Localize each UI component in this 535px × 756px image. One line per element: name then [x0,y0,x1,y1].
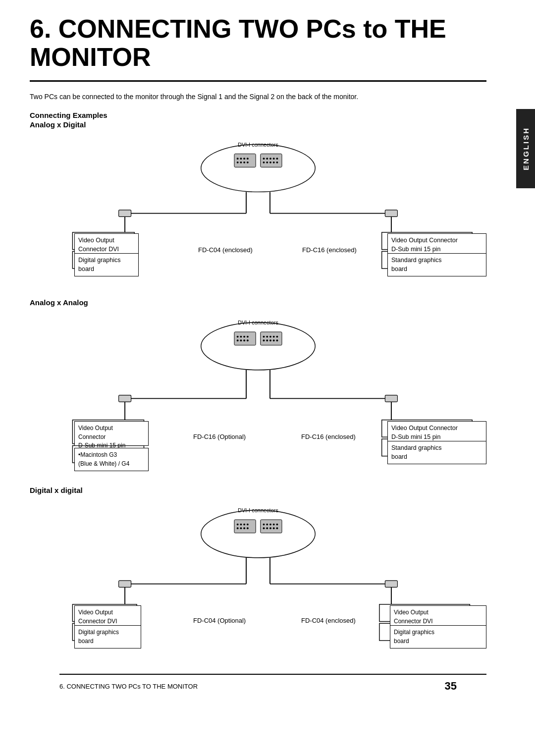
s3-left-box2: Digital graphics board [74,625,141,648]
english-tab: ENGLISH [516,109,535,188]
intro-text: Two PCs can be connected to the monitor … [30,92,456,102]
s2-fd-right: FD-C16 (enclosed) [301,432,356,441]
svg-point-51 [269,340,271,342]
svg-point-6 [247,158,249,160]
svg-rect-2 [261,154,282,167]
svg-point-85 [273,528,275,530]
svg-point-75 [243,528,245,530]
s3-fd-right: FD-C04 (enclosed) [301,616,356,625]
svg-point-69 [237,524,239,526]
connector-label-1: DVI-I connectors [238,142,278,148]
svg-point-39 [247,336,249,338]
svg-rect-28 [385,210,397,216]
s1-fd-left: FD-C04 (enclosed) [198,246,253,255]
svg-rect-1 [234,154,256,167]
svg-point-83 [266,528,268,530]
svg-point-17 [266,162,268,163]
svg-point-40 [237,340,239,342]
s1-fd-right: FD-C16 (enclosed) [302,246,357,255]
svg-point-10 [247,162,249,163]
svg-point-0 [201,145,316,192]
s1-right-box2: Standard graphics board [387,253,486,276]
svg-point-72 [247,524,249,526]
section-analog-digital: Analog x Digital [30,120,486,280]
svg-point-20 [276,162,278,163]
svg-point-19 [273,162,275,163]
svg-point-70 [240,524,242,526]
svg-point-3 [237,158,239,160]
svg-point-41 [240,340,242,342]
section2-subtitle: Analog x Analog [30,298,486,307]
connector-label-3: DVI-I connectors [238,507,278,513]
svg-point-53 [276,340,278,342]
section-digital-digital: Digital x digital [30,486,486,656]
svg-point-12 [266,158,268,160]
section3-subtitle: Digital x digital [30,486,486,494]
svg-point-48 [276,336,278,338]
svg-point-33 [201,323,316,370]
svg-point-78 [266,524,268,526]
svg-point-47 [273,336,275,338]
svg-point-79 [269,524,271,526]
svg-rect-68 [261,520,282,533]
svg-point-82 [263,528,265,530]
svg-point-18 [269,162,271,163]
svg-point-42 [243,340,245,342]
s1-left-box2: Digital graphics board [74,253,139,276]
s2-left-box2: •Macintosh G3 (Blue & White) / G4 [74,448,149,471]
svg-point-14 [273,158,275,160]
svg-point-50 [266,340,268,342]
svg-rect-94 [385,581,397,587]
svg-point-46 [269,336,271,338]
svg-point-13 [269,158,271,160]
section-analog-analog: Analog x Analog [30,298,486,468]
svg-point-71 [243,524,245,526]
page-title: 6. CONNECTING TWO PCs to THE MONITOR [30,15,486,82]
s3-right-box2: Digital graphics board [390,625,486,648]
svg-point-86 [276,528,278,530]
svg-point-80 [273,524,275,526]
svg-rect-61 [385,395,397,402]
svg-rect-67 [234,520,256,533]
svg-point-45 [266,336,268,338]
diagram-area-3: DVI-I connectors Video Output Connector … [30,502,486,656]
svg-point-9 [243,162,245,163]
svg-point-76 [247,528,249,530]
svg-point-8 [240,162,242,163]
page-footer: 6. CONNECTING TWO PCs TO THE MONITOR 35 [59,674,486,698]
svg-point-81 [276,524,278,526]
svg-point-7 [237,162,239,163]
connecting-examples-label: Connecting Examples [30,111,486,119]
s3-fd-left: FD-C04 (Optional) [193,616,246,625]
svg-point-44 [263,336,265,338]
svg-rect-35 [261,332,282,345]
diagram-area-1: DVI-I connectors Video Output Connector … [30,137,486,280]
svg-point-43 [247,340,249,342]
section1-subtitle: Analog x Digital [30,120,486,129]
svg-point-77 [263,524,265,526]
svg-rect-34 [234,332,256,345]
svg-point-38 [243,336,245,338]
s2-fd-left: FD-C16 (Optional) [193,432,246,441]
svg-point-49 [263,340,265,342]
english-label: ENGLISH [522,127,530,170]
svg-point-4 [240,158,242,160]
svg-rect-57 [119,395,131,402]
footer-page-number: 35 [445,680,457,693]
svg-point-66 [201,510,316,558]
svg-point-11 [263,158,265,160]
svg-point-84 [269,528,271,530]
s2-right-box2: Standard graphics board [387,441,486,464]
footer-text: 6. CONNECTING TWO PCs TO THE MONITOR [59,683,198,690]
svg-rect-90 [119,581,131,587]
page-wrapper: ENGLISH 6. CONNECTING TWO PCs to THE MON… [0,0,535,756]
svg-rect-24 [119,210,131,216]
svg-point-15 [276,158,278,160]
connector-label-2: DVI-I connectors [238,320,278,325]
svg-point-16 [263,162,265,163]
diagram-area-2: DVI-I connectors Video Output Connector … [30,315,486,468]
svg-point-73 [237,528,239,530]
svg-point-36 [237,336,239,338]
svg-point-74 [240,528,242,530]
svg-point-5 [243,158,245,160]
